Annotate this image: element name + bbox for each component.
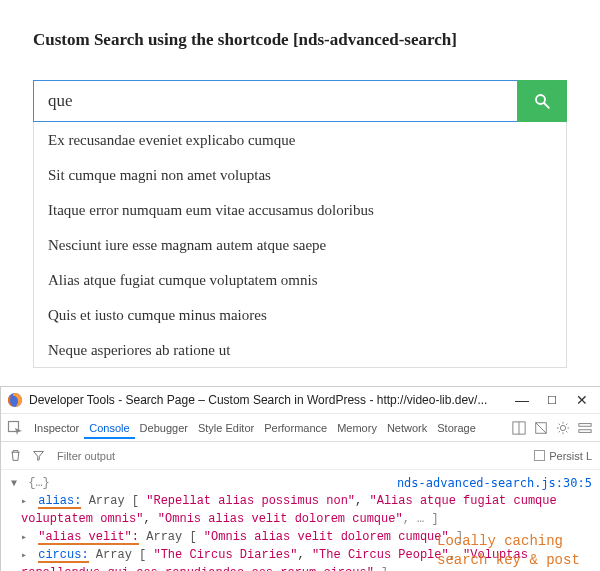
toolbox-options-icon[interactable] xyxy=(578,421,592,435)
svg-line-7 xyxy=(536,422,547,433)
page-title: Custom Search using the shortcode [nds-a… xyxy=(33,30,567,50)
search-input[interactable] xyxy=(33,80,517,122)
settings-icon[interactable] xyxy=(556,421,570,435)
search-button[interactable] xyxy=(517,80,567,122)
noframes-icon[interactable] xyxy=(534,421,548,435)
tab-performance[interactable]: Performance xyxy=(259,416,332,439)
firefox-icon xyxy=(7,392,23,408)
persist-logs-checkbox[interactable]: Persist L xyxy=(534,450,592,462)
svg-rect-10 xyxy=(579,429,591,432)
search-result-item[interactable]: Itaque error numquam eum vitae accusamus… xyxy=(34,192,566,227)
disclosure-triangle-icon[interactable]: ▼ xyxy=(11,476,21,491)
search-row xyxy=(33,80,567,122)
tab-debugger[interactable]: Debugger xyxy=(135,416,193,439)
minimize-button[interactable]: — xyxy=(516,394,528,406)
tab-console[interactable]: Console xyxy=(84,416,134,439)
devtools-window-title: Developer Tools - Search Page – Custom S… xyxy=(29,393,516,407)
persist-label: Persist L xyxy=(549,450,592,462)
search-icon xyxy=(533,92,551,110)
search-result-item[interactable]: Quis et iusto cumque minus maiores xyxy=(34,297,566,332)
devtools-window: Developer Tools - Search Page – Custom S… xyxy=(0,386,600,571)
maximize-button[interactable]: ☐ xyxy=(546,394,558,406)
tab-network[interactable]: Network xyxy=(382,416,432,439)
disclosure-triangle-icon[interactable]: ▸ xyxy=(21,494,31,509)
tab-storage[interactable]: Storage xyxy=(432,416,481,439)
search-result-item[interactable]: Neque asperiores ab ratione ut xyxy=(34,332,566,367)
annotation-text: Locally caching search key & post titles… xyxy=(437,532,592,571)
devtools-titlebar: Developer Tools - Search Page – Custom S… xyxy=(1,387,600,414)
tab-style-editor[interactable]: Style Editor xyxy=(193,416,259,439)
tab-memory[interactable]: Memory xyxy=(332,416,382,439)
filter-output-input[interactable] xyxy=(55,449,524,463)
devtools-tabs: Inspector Console Debugger Style Editor … xyxy=(1,414,600,442)
close-button[interactable]: ✕ xyxy=(576,394,588,406)
console-output: nds-advanced-search.js:30:5 ▼ {…} ▸ alia… xyxy=(1,470,600,571)
console-toolbar: Persist L xyxy=(1,442,600,470)
svg-rect-9 xyxy=(579,423,591,426)
search-result-item[interactable]: Ex recusandae eveniet explicabo cumque xyxy=(34,122,566,157)
tab-inspector[interactable]: Inspector xyxy=(29,416,84,439)
element-picker-icon[interactable] xyxy=(7,420,23,436)
filter-icon[interactable] xyxy=(32,449,45,462)
clear-console-icon[interactable] xyxy=(9,449,22,462)
checkbox-icon xyxy=(534,450,545,461)
panel-layout-icon[interactable] xyxy=(512,421,526,435)
console-source-link[interactable]: nds-advanced-search.js:30:5 xyxy=(397,474,592,492)
search-results-dropdown: Ex recusandae eveniet explicabo cumque S… xyxy=(33,122,567,368)
disclosure-triangle-icon[interactable]: ▸ xyxy=(21,530,31,545)
search-result-item[interactable]: Alias atque fugiat cumque voluptatem omn… xyxy=(34,262,566,297)
search-result-item[interactable]: Sit cumque magni non amet voluptas xyxy=(34,157,566,192)
search-result-item[interactable]: Nesciunt iure esse magnam autem atque sa… xyxy=(34,227,566,262)
disclosure-triangle-icon[interactable]: ▸ xyxy=(21,548,31,563)
svg-point-8 xyxy=(560,425,565,430)
console-object-entry[interactable]: ▸ alias: Array [ "Repellat alias possimu… xyxy=(9,492,592,528)
svg-line-1 xyxy=(544,103,549,108)
